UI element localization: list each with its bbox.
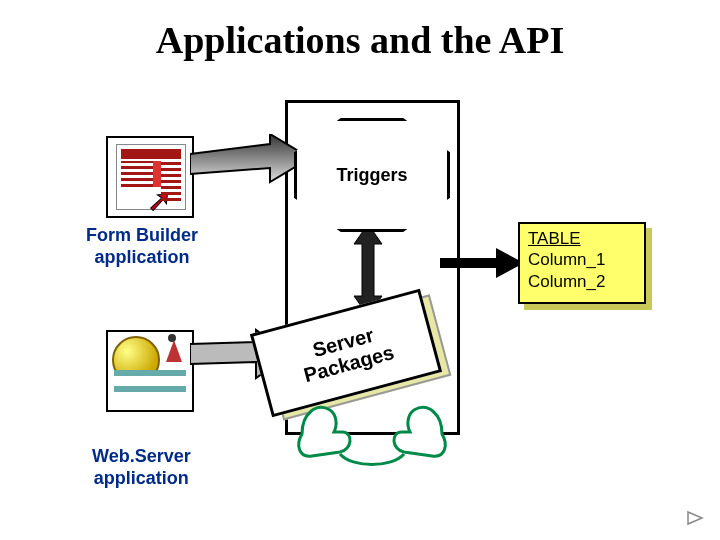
page-title: Applications and the API xyxy=(0,18,720,62)
table-header: TABLE xyxy=(528,228,636,249)
arrow-formbuilder-to-triggers xyxy=(190,134,310,198)
hands-icon xyxy=(292,380,452,470)
svg-marker-4 xyxy=(688,512,702,524)
table-card: TABLE Column_1 Column_2 xyxy=(518,222,646,304)
next-slide-icon[interactable] xyxy=(686,510,704,526)
form-builder-icon: ➚ xyxy=(106,136,194,218)
svg-marker-0 xyxy=(190,134,310,182)
table-col1: Column_1 xyxy=(528,249,636,270)
triggers-label: Triggers xyxy=(336,165,407,186)
web-server-icon xyxy=(106,330,194,412)
table-col2: Column_2 xyxy=(528,271,636,292)
web-server-caption: Web.Server application xyxy=(92,446,191,489)
svg-marker-3 xyxy=(440,248,524,278)
arrow-db-to-table xyxy=(440,248,524,278)
triggers-octagon: Triggers xyxy=(294,118,450,232)
form-builder-caption: Form Builder application xyxy=(86,225,198,268)
